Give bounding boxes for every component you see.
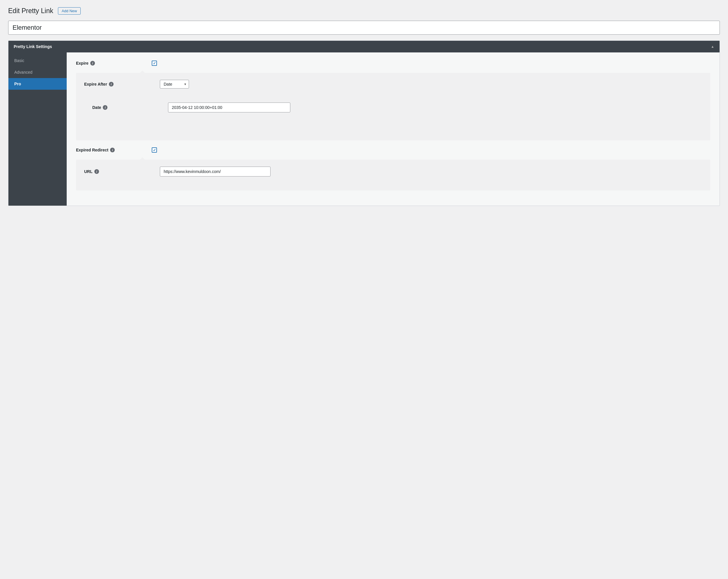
add-new-button[interactable]: Add New xyxy=(58,7,81,15)
date-value xyxy=(168,102,290,112)
expire-sub-panel: Expire After i Date Clicks ▾ xyxy=(76,73,710,141)
expired-redirect-checkbox[interactable] xyxy=(152,147,157,153)
sidebar-item-advanced[interactable]: Advanced xyxy=(8,67,67,78)
settings-panel: Pretty Link Settings ▲ Basic Advanced Pr… xyxy=(8,41,720,206)
sub-panel-arrow xyxy=(140,71,145,73)
expire-checkbox[interactable] xyxy=(152,60,157,66)
expire-after-label: Expire After i xyxy=(84,82,160,86)
url-label: URL i xyxy=(84,169,160,174)
sidebar-nav: Basic Advanced Pro xyxy=(8,52,67,206)
collapse-arrow-icon[interactable]: ▲ xyxy=(711,45,714,49)
url-field-row: URL i xyxy=(84,167,702,176)
url-value xyxy=(160,167,270,176)
date-info-icon[interactable]: i xyxy=(103,105,107,110)
expired-redirect-field-row: Expired Redirect i xyxy=(76,147,710,153)
date-input[interactable] xyxy=(168,102,290,112)
expire-info-icon[interactable]: i xyxy=(90,61,95,66)
expire-after-field-row: Expire After i Date Clicks ▾ xyxy=(84,80,702,89)
url-sub-panel: URL i xyxy=(76,159,710,191)
date-sub-panel: Date i xyxy=(84,96,702,126)
expire-after-value: Date Clicks ▾ xyxy=(160,80,189,89)
expired-redirect-value xyxy=(152,147,157,153)
settings-body: Basic Advanced Pro Expire i xyxy=(8,52,720,206)
date-label: Date i xyxy=(92,105,168,110)
link-title-input[interactable] xyxy=(8,21,720,35)
sidebar-item-basic[interactable]: Basic xyxy=(8,55,67,67)
expire-label: Expire i xyxy=(76,61,152,66)
date-sub-panel-arrow xyxy=(148,93,153,96)
pro-tab-content: Expire i Expire After i xyxy=(67,52,720,206)
expire-value xyxy=(152,60,157,66)
page-header: Edit Pretty Link Add New xyxy=(8,7,720,15)
settings-panel-title: Pretty Link Settings xyxy=(14,44,52,49)
url-info-icon[interactable]: i xyxy=(94,169,99,174)
url-input[interactable] xyxy=(160,167,270,176)
page-title: Edit Pretty Link xyxy=(8,7,53,15)
expire-after-info-icon[interactable]: i xyxy=(109,82,113,86)
date-field-row: Date i xyxy=(92,102,694,112)
expire-field-row: Expire i xyxy=(76,60,710,66)
expired-redirect-label: Expired Redirect i xyxy=(76,148,152,152)
expire-after-select[interactable]: Date Clicks xyxy=(160,80,189,89)
expire-after-select-wrapper: Date Clicks ▾ xyxy=(160,80,189,89)
settings-panel-header[interactable]: Pretty Link Settings ▲ xyxy=(8,41,720,52)
sidebar-item-pro[interactable]: Pro xyxy=(8,78,67,90)
url-sub-panel-arrow xyxy=(140,157,145,159)
expired-redirect-info-icon[interactable]: i xyxy=(110,148,115,152)
